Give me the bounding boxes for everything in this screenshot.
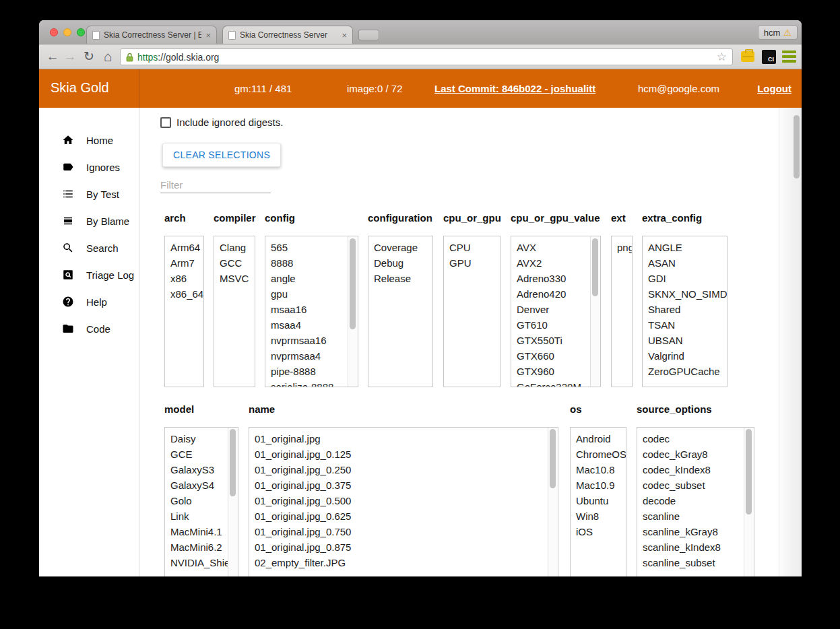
listbox-option[interactable]: Denver: [511, 302, 600, 317]
configuration-listbox[interactable]: CoverageDebugRelease: [368, 236, 433, 387]
name-listbox[interactable]: 01_original.jpg01_original.jpg_0.12501_o…: [249, 427, 558, 576]
filter-input[interactable]: [160, 177, 271, 193]
last-commit-link[interactable]: Last Commit: 846b022 - joshualitt: [434, 83, 595, 94]
listbox-scrollbar[interactable]: [590, 236, 600, 387]
listbox-option[interactable]: Mac10.8: [571, 462, 626, 477]
listbox-option[interactable]: 02_empty_filter.JPG: [249, 555, 558, 570]
listbox-scrollbar[interactable]: [548, 428, 558, 576]
ext-listbox[interactable]: png: [611, 236, 633, 387]
sidebar-item-code[interactable]: Code: [39, 315, 139, 342]
listbox-option[interactable]: scanline: [637, 508, 754, 524]
page-scrollbar[interactable]: [779, 108, 802, 576]
listbox-option[interactable]: nvprmsaa4: [265, 348, 358, 364]
listbox-option[interactable]: scanline_kIndex8: [637, 539, 754, 555]
profile-badge[interactable]: hcm ⚠: [758, 25, 798, 40]
listbox-scrollbar[interactable]: [348, 236, 358, 387]
chrome-menu-icon[interactable]: [782, 51, 796, 63]
sidebar-item-home[interactable]: Home: [39, 127, 139, 154]
listbox-option[interactable]: Arm64: [165, 240, 203, 255]
browser-tab-active[interactable]: Skia Correctness Server ×: [222, 26, 353, 44]
listbox-option[interactable]: ChromeOS: [571, 446, 626, 462]
listbox-option[interactable]: Daisy: [165, 431, 238, 446]
listbox-option[interactable]: png: [612, 240, 632, 255]
listbox-option[interactable]: MSVC: [214, 271, 255, 286]
listbox-option[interactable]: GalaxyS3: [165, 462, 238, 477]
minimize-window-button[interactable]: [63, 28, 71, 36]
listbox-option[interactable]: 01_original.jpg_0.375: [249, 477, 558, 493]
listbox-option[interactable]: nvprmsaa16: [265, 333, 358, 348]
include-ignored-label[interactable]: Include ignored digests.: [176, 117, 283, 128]
extra-config-listbox[interactable]: ANGLEASANGDISKNX_NO_SIMDSharedTSANUBSANV…: [642, 236, 728, 387]
listbox-option[interactable]: AVX2: [511, 255, 600, 271]
listbox-option[interactable]: 01_original.jpg: [249, 431, 558, 446]
listbox-option[interactable]: angle: [265, 271, 358, 286]
ci-extension-icon[interactable]: CI: [762, 50, 776, 64]
listbox-option[interactable]: Debug: [368, 255, 432, 271]
listbox-option[interactable]: 01_original.jpg_0.750: [249, 524, 558, 539]
scrollbar-thumb[interactable]: [550, 429, 556, 488]
source-options-listbox[interactable]: codeccodec_kGray8codec_kIndex8codec_subs…: [637, 427, 754, 576]
listbox-option[interactable]: Mac10.9: [571, 477, 626, 493]
scrollbar-thumb[interactable]: [230, 429, 236, 496]
listbox-option[interactable]: 8888: [265, 255, 358, 271]
cpu-or-gpu-listbox[interactable]: CPUGPU: [443, 236, 500, 387]
tab-close-icon[interactable]: ×: [342, 30, 347, 40]
compiler-listbox[interactable]: ClangGCCMSVC: [214, 236, 255, 387]
listbox-option[interactable]: x86_64: [165, 286, 203, 302]
sidebar-item-by-blame[interactable]: By Blame: [39, 207, 139, 234]
new-tab-button[interactable]: [358, 30, 379, 40]
scrollbar-thumb[interactable]: [592, 238, 598, 296]
listbox-option[interactable]: scanline_subset: [637, 555, 754, 570]
listbox-option[interactable]: ASAN: [643, 255, 727, 271]
listbox-option[interactable]: ZeroGPUCache: [643, 364, 727, 379]
reload-icon[interactable]: ↻: [81, 48, 97, 65]
bookmark-star-icon[interactable]: ☆: [717, 50, 727, 64]
listbox-option[interactable]: SKNX_NO_SIMD: [643, 286, 727, 302]
sidebar-item-by-test[interactable]: By Test: [39, 180, 139, 207]
listbox-option[interactable]: GTX660: [511, 348, 600, 364]
listbox-option[interactable]: Win8: [571, 508, 626, 524]
listbox-option[interactable]: decode: [637, 493, 754, 508]
listbox-option[interactable]: Android: [571, 431, 626, 446]
listbox-option[interactable]: codec: [637, 431, 754, 446]
listbox-option[interactable]: codec_subset: [637, 477, 754, 493]
scrollbar-thumb[interactable]: [350, 238, 356, 329]
back-icon[interactable]: ←: [44, 48, 61, 65]
listbox-option[interactable]: 01_original.jpg_0.625: [249, 508, 558, 524]
logout-link[interactable]: Logout: [757, 83, 791, 94]
zoom-window-button[interactable]: [77, 28, 85, 36]
listbox-option[interactable]: UBSAN: [643, 333, 727, 348]
close-window-button[interactable]: [50, 28, 58, 36]
cpu-or-gpu-value-listbox[interactable]: AVXAVX2Adreno330Adreno420DenverGT610GTX5…: [511, 236, 601, 387]
listbox-option[interactable]: Valgrind: [643, 348, 727, 364]
listbox-option[interactable]: GeForce320M: [511, 379, 600, 387]
listbox-option[interactable]: 565: [265, 240, 358, 255]
listbox-option[interactable]: pipe-8888: [265, 364, 358, 379]
listbox-option[interactable]: 01_original.jpg_0.875: [249, 539, 558, 555]
listbox-option[interactable]: gpu: [265, 286, 358, 302]
listbox-option[interactable]: msaa16: [265, 302, 358, 317]
listbox-option[interactable]: msaa4: [265, 317, 358, 333]
listbox-option[interactable]: MacMini6.2: [165, 539, 238, 555]
listbox-option[interactable]: Adreno420: [511, 286, 600, 302]
listbox-option[interactable]: codec_kIndex8: [637, 462, 754, 477]
listbox-option[interactable]: 01_original.jpg_0.500: [249, 493, 558, 508]
listbox-option[interactable]: GalaxyS4: [165, 477, 238, 493]
forward-icon[interactable]: →: [62, 48, 78, 65]
listbox-scrollbar[interactable]: [228, 428, 238, 576]
listbox-option[interactable]: Link: [165, 508, 238, 524]
tab-close-icon[interactable]: ×: [205, 30, 211, 40]
listbox-option[interactable]: GTX550Ti: [511, 333, 600, 348]
listbox-option[interactable]: CPU: [444, 240, 500, 255]
briefcase-extension-icon[interactable]: [741, 51, 754, 62]
home-toolbar-icon[interactable]: ⌂: [100, 48, 116, 65]
sidebar-item-search[interactable]: Search: [39, 234, 139, 261]
config-listbox[interactable]: 5658888anglegpumsaa16msaa4nvprmsaa16nvpr…: [265, 236, 358, 387]
listbox-scrollbar[interactable]: [744, 428, 754, 576]
listbox-option[interactable]: Coverage: [368, 240, 432, 255]
listbox-option[interactable]: iOS: [571, 524, 626, 539]
url-bar[interactable]: https://gold.skia.org ☆: [120, 48, 733, 65]
browser-tab-inactive[interactable]: Skia Correctness Server | E ×: [86, 26, 217, 44]
listbox-option[interactable]: GT610: [511, 317, 600, 333]
listbox-option[interactable]: scanline_kGray8: [637, 524, 754, 539]
